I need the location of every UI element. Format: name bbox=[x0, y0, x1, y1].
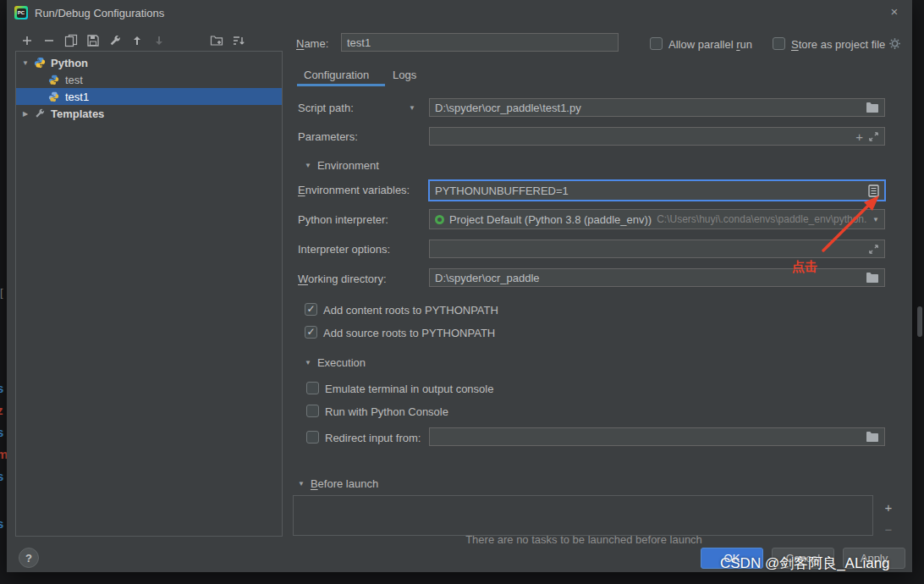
move-down-icon[interactable] bbox=[152, 34, 166, 47]
parameters-label: Parameters: bbox=[298, 130, 358, 143]
add-icon[interactable] bbox=[20, 34, 34, 47]
tab-configuration[interactable]: Configuration bbox=[304, 69, 369, 81]
page-edge-text: z bbox=[0, 403, 7, 417]
folder-icon[interactable] bbox=[866, 272, 879, 284]
chevron-right-icon[interactable]: ▶ bbox=[21, 110, 30, 118]
tree-group-label: Python bbox=[51, 57, 88, 69]
redirect-input-file-input[interactable] bbox=[429, 427, 885, 446]
page-edge-text: [ bbox=[0, 286, 3, 299]
remove-task-icon[interactable]: − bbox=[882, 523, 895, 537]
name-input[interactable]: test1 bbox=[341, 33, 619, 52]
tree-item-test[interactable]: test bbox=[16, 71, 282, 88]
store-as-project-file-label: Store as project file bbox=[791, 38, 885, 51]
conda-env-icon bbox=[435, 215, 444, 224]
page-edge-text: s bbox=[0, 381, 7, 395]
save-icon[interactable] bbox=[86, 34, 100, 47]
run-debug-configurations-dialog: PC Run/Debug Configurations × bbox=[7, 0, 912, 572]
sort-configurations-icon[interactable] bbox=[232, 34, 245, 47]
chevron-down-icon[interactable]: ▼ bbox=[298, 480, 305, 488]
add-icon[interactable]: + bbox=[855, 130, 863, 143]
page-edge-text: m bbox=[0, 447, 7, 461]
interpreter-options-label: Interpreter options: bbox=[298, 243, 390, 256]
copy-icon[interactable] bbox=[64, 34, 78, 47]
remove-icon[interactable] bbox=[42, 34, 56, 47]
close-icon[interactable]: × bbox=[887, 4, 902, 19]
python-logo-icon bbox=[34, 57, 47, 69]
tree-group-label: Templates bbox=[51, 107, 104, 120]
browse-variables-icon[interactable] bbox=[868, 185, 879, 197]
redirect-input-label: Redirect input from: bbox=[325, 432, 421, 444]
before-launch-hint: There are no tasks to be launched before… bbox=[347, 534, 821, 543]
folder-icon[interactable] bbox=[866, 102, 879, 113]
allow-parallel-run-checkbox[interactable] bbox=[650, 37, 663, 50]
help-button[interactable]: ? bbox=[19, 548, 39, 568]
wrench-icon bbox=[34, 107, 47, 120]
configurations-tree: ▼ Python test test1 ▶ Templates bbox=[15, 51, 283, 537]
dialog-title: Run/Debug Configurations bbox=[35, 7, 164, 19]
gear-icon[interactable] bbox=[888, 37, 901, 50]
expand-icon[interactable] bbox=[868, 244, 879, 255]
add-content-roots-checkbox[interactable]: ✓ bbox=[305, 303, 317, 316]
chevron-down-icon[interactable]: ▼ bbox=[409, 104, 415, 112]
page-edge-text: i bbox=[0, 491, 7, 505]
tab-logs[interactable]: Logs bbox=[393, 69, 416, 81]
add-source-roots-checkbox[interactable]: ✓ bbox=[305, 326, 317, 339]
new-folder-icon[interactable] bbox=[210, 34, 223, 47]
script-path-label: Script path: bbox=[298, 102, 354, 114]
watermark: CSDN @剑客阿良_ALiang bbox=[720, 554, 890, 573]
chevron-down-icon[interactable]: ▼ bbox=[305, 359, 311, 366]
execution-section-header[interactable]: ▼ Execution bbox=[305, 356, 366, 369]
emulate-terminal-checkbox[interactable] bbox=[306, 382, 319, 394]
python-file-icon bbox=[48, 91, 61, 103]
expand-icon[interactable] bbox=[868, 131, 879, 142]
redirect-input-checkbox[interactable] bbox=[306, 431, 319, 444]
tree-item-label: test bbox=[65, 74, 83, 86]
before-launch-task-list[interactable] bbox=[293, 495, 873, 536]
tree-group-python[interactable]: ▼ Python bbox=[16, 54, 282, 71]
add-content-roots-label: Add content roots to PYTHONPATH bbox=[323, 304, 498, 317]
page-edge-text: s bbox=[0, 469, 7, 483]
name-value: test1 bbox=[347, 36, 613, 49]
chevron-down-icon[interactable]: ▼ bbox=[21, 59, 30, 67]
run-python-console-label: Run with Python Console bbox=[325, 405, 448, 418]
page-edge-text: s bbox=[0, 516, 7, 531]
environment-variables-input[interactable]: PYTHONUNBUFFERED=1 bbox=[429, 180, 885, 201]
parameters-input[interactable]: + bbox=[429, 127, 885, 146]
move-up-icon[interactable] bbox=[130, 34, 144, 47]
page-scrollbar[interactable] bbox=[917, 306, 922, 337]
emulate-terminal-label: Emulate terminal in output console bbox=[325, 383, 493, 395]
configurations-toolbar bbox=[20, 32, 245, 49]
tree-item-test1-selected[interactable]: test1 bbox=[16, 88, 282, 105]
store-as-project-file-checkbox[interactable] bbox=[773, 37, 785, 50]
allow-parallel-run-label: Allow parallel run bbox=[668, 38, 752, 51]
tree-item-label: test1 bbox=[65, 91, 89, 103]
interpreter-options-input[interactable] bbox=[429, 240, 885, 258]
python-interpreter-label: Python interpreter: bbox=[298, 213, 388, 226]
python-interpreter-combobox[interactable]: Project Default (Python 3.8 (paddle_env)… bbox=[429, 209, 885, 229]
python-file-icon bbox=[48, 74, 61, 86]
tree-group-templates[interactable]: ▶ Templates bbox=[16, 105, 282, 122]
edit-templates-icon[interactable] bbox=[108, 34, 122, 47]
before-launch-section-header[interactable]: ▼ Before launch bbox=[298, 477, 378, 490]
name-label: Name: bbox=[296, 37, 328, 50]
add-source-roots-label: Add source roots to PYTHONPATH bbox=[323, 327, 495, 339]
page-edge-text: s bbox=[0, 425, 7, 439]
toolbar-separator bbox=[174, 41, 201, 41]
run-python-console-checkbox[interactable] bbox=[306, 405, 319, 417]
screenshot-root: [ s z s m s i s PC Run/Debug Configurati… bbox=[0, 0, 924, 584]
folder-icon[interactable] bbox=[866, 431, 879, 443]
add-task-icon[interactable]: + bbox=[882, 501, 895, 515]
environment-section-header[interactable]: ▼ Environment bbox=[305, 159, 379, 172]
working-directory-label: Working directory: bbox=[298, 273, 387, 285]
chevron-down-icon[interactable]: ▼ bbox=[305, 162, 311, 169]
dialog-titlebar: PC Run/Debug Configurations × bbox=[7, 0, 912, 25]
annotation-text: 点击 bbox=[792, 259, 817, 275]
active-tab-underline bbox=[297, 84, 385, 86]
environment-variables-label: Environment variables: bbox=[298, 184, 410, 196]
pycharm-app-icon: PC bbox=[14, 6, 28, 19]
chevron-down-icon[interactable]: ▼ bbox=[872, 216, 879, 223]
script-path-input[interactable]: D:\spyder\ocr_paddle\test1.py bbox=[429, 98, 885, 117]
